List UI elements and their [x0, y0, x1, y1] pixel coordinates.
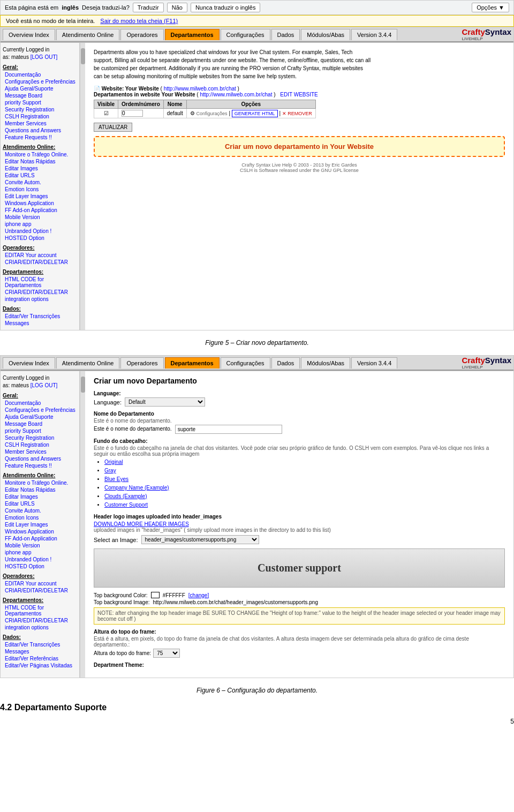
- sidebar2-item-referencias[interactable]: Editar/Ver Referências: [3, 655, 77, 662]
- sidebar-item-priority[interactable]: priority Support: [3, 99, 77, 106]
- tab-configuracoes-fig5[interactable]: Configurações: [221, 29, 270, 40]
- tab-modulos-fig5[interactable]: Módulos/Abas: [301, 29, 350, 40]
- sidebar2-item-mobile[interactable]: Mobile Version: [3, 542, 77, 549]
- edit-website-link[interactable]: EDIT WEBSITE: [280, 92, 318, 97]
- tab-dados-fig5[interactable]: Dados: [271, 29, 300, 40]
- sidebar2-item-unbranded[interactable]: Unbranded Option !: [3, 556, 77, 563]
- tab-operadores-fig6[interactable]: Operadores: [120, 357, 163, 369]
- no-translate-button[interactable]: Não: [167, 3, 187, 12]
- sidebar2-item-criar-dept[interactable]: CRIAR/EDITAR/DELETAR: [3, 617, 77, 624]
- sidebar-item-monitor[interactable]: Monitore o Tráfego Online.: [3, 151, 77, 158]
- fundo-option-company[interactable]: Company Name (Example): [104, 484, 505, 492]
- tab-dados-fig6[interactable]: Dados: [271, 357, 300, 369]
- fundo-option-clouds[interactable]: Clouds (Example): [104, 492, 505, 501]
- sidebar-item-images[interactable]: Editar Images: [3, 165, 77, 172]
- sidebar2-item-features[interactable]: Feature Requests !!: [3, 462, 77, 469]
- sidebar2-item-member[interactable]: Member Services: [3, 448, 77, 455]
- sidebar-item-criar-dept[interactable]: CRIAR/EDITAR/DELETAR: [3, 289, 77, 296]
- tab-operadores-fig5[interactable]: Operadores: [120, 29, 163, 40]
- fundo-option-gray[interactable]: Gray: [104, 467, 505, 475]
- tab-atendimento-fig5[interactable]: Atendimento Online: [56, 29, 120, 40]
- sidebar-item-ff-addon[interactable]: FF Add-on Application: [3, 207, 77, 214]
- tab-configuracoes-fig6[interactable]: Configurações: [221, 357, 270, 369]
- sidebar2-item-urls[interactable]: Editar URLS: [3, 500, 77, 507]
- change-color-link[interactable]: [change]: [188, 592, 209, 598]
- altura-select[interactable]: 75: [153, 649, 180, 658]
- sidebar-item-cslh[interactable]: CSLH Registration: [3, 113, 77, 120]
- sidebar-item-editar-account[interactable]: EDITAR Your account: [3, 252, 77, 259]
- sidebar2-item-emotion[interactable]: Emotion Icons: [3, 514, 77, 521]
- sidebar2-item-ff-addon[interactable]: FF Add-on Application: [3, 535, 77, 542]
- tab-departamentos-fig5[interactable]: Departamentos: [165, 29, 220, 40]
- sidebar-item-questions[interactable]: Questions and Answers: [3, 127, 77, 134]
- image-select[interactable]: header_images/customersupports.png: [141, 535, 259, 544]
- atualizar-button[interactable]: ATUALIZAR: [94, 123, 132, 132]
- ordem-input[interactable]: [122, 110, 143, 117]
- remover-link[interactable]: ✕ REMOVER: [282, 111, 312, 116]
- fundo-option-original[interactable]: Original: [104, 458, 505, 467]
- tab-overview-fig5[interactable]: Overview Index: [3, 29, 55, 40]
- sidebar2-item-message-board[interactable]: Message Board: [3, 420, 77, 427]
- tab-modulos-fig6[interactable]: Módulos/Abas: [301, 357, 350, 369]
- sidebar2-item-paginas[interactable]: Editar/Ver Páginas Visitadas: [3, 662, 77, 669]
- sidebar2-item-criar-operadores[interactable]: CRIAR/EDITAR/DELETAR: [3, 587, 77, 594]
- sidebar-item-config-pref[interactable]: Configurações e Preferências: [3, 78, 77, 85]
- fundo-option-blue-eyes[interactable]: Blue Eyes: [104, 475, 505, 484]
- tab-atendimento-fig6[interactable]: Atendimento Online: [56, 357, 120, 369]
- sidebar-item-features[interactable]: Feature Requests !!: [3, 134, 77, 141]
- dept-url-link[interactable]: http://www.milweb.com.br/chat: [200, 92, 272, 97]
- row-visible[interactable]: ☑: [94, 109, 118, 118]
- sidebar2-item-cslh[interactable]: CSLH Registration: [3, 441, 77, 448]
- criar-departamento-banner[interactable]: Criar um novo departamento in Your Websi…: [94, 136, 505, 157]
- language-select[interactable]: Default: [125, 397, 205, 407]
- configuracoes-link[interactable]: Configurações: [196, 111, 228, 116]
- website-url-link[interactable]: http://www.milweb.com.br/chat: [164, 86, 236, 92]
- sidebar-item-criar-operadores[interactable]: CRIAR/EDITAR/DELETAR: [3, 259, 77, 266]
- sidebar2-item-integration[interactable]: integration options: [3, 624, 77, 631]
- never-translate-button[interactable]: Nunca traduzir o inglês: [191, 3, 261, 12]
- sidebar2-item-edit-layer[interactable]: Edit Layer Images: [3, 521, 77, 528]
- fundo-option-customer[interactable]: Customer Support: [104, 501, 505, 509]
- sidebar-item-edit-layer[interactable]: Edit Layer Images: [3, 193, 77, 200]
- sidebar-item-mobile[interactable]: Mobile Version: [3, 214, 77, 221]
- sidebar2-item-editar-account[interactable]: EDITAR Your account: [3, 580, 77, 587]
- sidebar-item-transcricoes[interactable]: Editar/Ver Transcrições: [3, 313, 77, 320]
- sidebar2-item-priority[interactable]: priority Support: [3, 427, 77, 434]
- sidebar2-item-questions[interactable]: Questions and Answers: [3, 455, 77, 462]
- sidebar2-item-notas[interactable]: Editar Notas Rápidas: [3, 486, 77, 493]
- sidebar2-item-hosted[interactable]: HOSTED Option: [3, 563, 77, 570]
- sidebar-item-urls[interactable]: Editar URLS: [3, 172, 77, 179]
- sidebar-item-unbranded[interactable]: Unbranded Option !: [3, 228, 77, 235]
- nome-input[interactable]: [175, 425, 282, 434]
- sidebar2-item-security[interactable]: Security Registration: [3, 434, 77, 441]
- sidebar-item-security[interactable]: Security Registration: [3, 106, 77, 113]
- sidebar2-item-html-code[interactable]: HTML CODE for Departamentos: [3, 604, 77, 617]
- row-ordem[interactable]: [118, 109, 164, 118]
- sidebar2-item-transcricoes[interactable]: Editar/Ver Transcrições: [3, 641, 77, 648]
- exit-fullscreen-link[interactable]: Sair do modo tela cheia (F11): [100, 18, 178, 24]
- translate-button[interactable]: Traduzir: [133, 3, 164, 12]
- logout-link[interactable]: [LOG OUT]: [31, 54, 58, 60]
- sidebar2-item-messages[interactable]: Messages: [3, 648, 77, 655]
- sidebar-item-message-board[interactable]: Message Board: [3, 92, 77, 99]
- sidebar2-item-convite[interactable]: Convite Autom.: [3, 507, 77, 514]
- download-header-link[interactable]: DOWNLOAD MORE HEADER IMAGES: [94, 521, 189, 527]
- sidebar-item-windows-app[interactable]: Windows Application: [3, 200, 77, 207]
- sidebar-item-notas[interactable]: Editar Notas Rápidas: [3, 158, 77, 165]
- sidebar-item-html-code[interactable]: HTML CODE for Departamentos: [3, 276, 77, 289]
- sidebar2-item-iphone[interactable]: iphone app: [3, 549, 77, 556]
- tab-departamentos-fig6[interactable]: Departamentos: [165, 357, 220, 369]
- sidebar2-item-monitor[interactable]: Monitore o Tráfego Online.: [3, 479, 77, 486]
- sidebar-scroll-fig6[interactable]: [80, 371, 85, 678]
- tab-overview-fig6[interactable]: Overview Index: [3, 357, 55, 369]
- sidebar-item-integration[interactable]: integration options: [3, 296, 77, 303]
- sidebar2-item-config-pref[interactable]: Configurações e Preferências: [3, 407, 77, 413]
- sidebar-item-convite[interactable]: Convite Autom.: [3, 179, 77, 186]
- sidebar-item-emotion[interactable]: Emotion Icons: [3, 186, 77, 193]
- logout-link2[interactable]: [LOG OUT]: [31, 382, 58, 388]
- generate-html-link[interactable]: GENERATE HTML: [232, 110, 278, 117]
- sidebar2-item-ajuda[interactable]: Ajuda Geral/Suporte: [3, 413, 77, 420]
- sidebar2-item-documentacao[interactable]: Documentação: [3, 400, 77, 407]
- sidebar-item-documentacao[interactable]: Documentação: [3, 71, 77, 78]
- sidebar-scroll-fig5[interactable]: [80, 43, 85, 330]
